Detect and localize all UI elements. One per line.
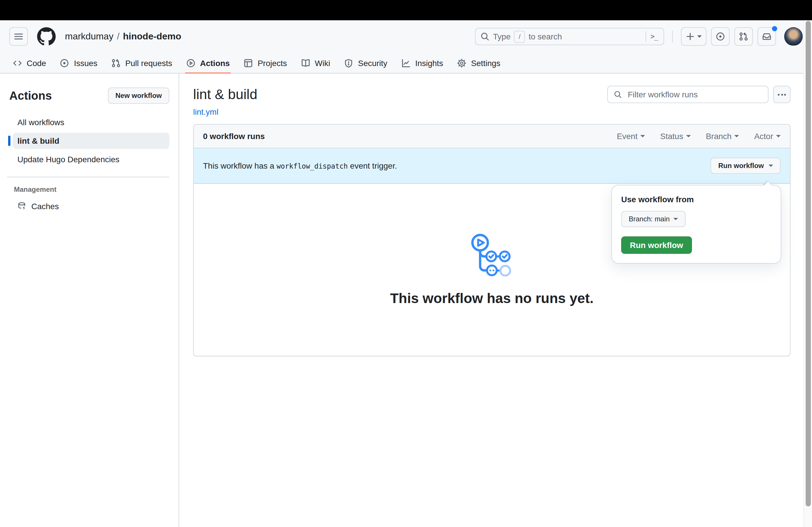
run-filters: Event Status Branch Actor bbox=[617, 132, 781, 141]
tab-code[interactable]: Code bbox=[7, 53, 52, 73]
page-title: lint & build bbox=[193, 86, 257, 103]
kebab-icon bbox=[778, 94, 780, 95]
status-filter-dropdown[interactable]: Status bbox=[660, 132, 691, 141]
notifications-inbox-button[interactable] bbox=[757, 27, 776, 46]
issue-opened-icon bbox=[60, 58, 69, 67]
play-icon bbox=[186, 58, 195, 67]
global-search-input[interactable]: Type / to search >_ bbox=[475, 28, 664, 45]
actor-filter-dropdown[interactable]: Actor bbox=[754, 132, 781, 141]
tab-label: Pull requests bbox=[125, 58, 172, 67]
tab-actions[interactable]: Actions bbox=[180, 53, 236, 73]
inbox-icon bbox=[762, 32, 771, 41]
chevron-down-icon bbox=[768, 165, 773, 167]
header-divider bbox=[672, 31, 673, 42]
tab-label: Actions bbox=[200, 58, 230, 67]
breadcrumb-repo[interactable]: hinode-demo bbox=[123, 31, 181, 42]
filter-workflow-runs-input[interactable] bbox=[627, 89, 762, 100]
tab-pull-requests[interactable]: Pull requests bbox=[105, 53, 178, 73]
breadcrumb-separator: / bbox=[117, 31, 119, 42]
repo-nav: Code Issues Pull requests Actions bbox=[0, 53, 812, 73]
workflow-dispatch-code: workflow_dispatch bbox=[277, 162, 348, 170]
actions-sidebar: Actions New workflow All workflows lint … bbox=[0, 74, 179, 527]
git-pull-request-icon bbox=[111, 58, 121, 67]
sidebar-item-label: lint & build bbox=[17, 136, 59, 146]
workflow-illustration-icon bbox=[470, 233, 513, 276]
workflow-options-kebab-button[interactable] bbox=[773, 86, 791, 103]
management-section-title: Management bbox=[14, 185, 169, 194]
workflow-file-link[interactable]: lint.yml bbox=[193, 107, 218, 117]
run-workflow-dropdown-button[interactable]: Run workflow bbox=[711, 157, 781, 174]
github-actions-page: markdumay / hinode-demo Type / to search… bbox=[0, 0, 812, 527]
chevron-down-icon bbox=[735, 135, 739, 137]
command-palette-icon[interactable]: >_ bbox=[649, 32, 659, 41]
run-workflow-submit-button[interactable]: Run workflow bbox=[621, 237, 692, 254]
code-icon bbox=[13, 58, 22, 67]
tab-insights[interactable]: Insights bbox=[395, 53, 449, 73]
cache-database-icon bbox=[17, 202, 27, 211]
filter-workflow-runs-field[interactable] bbox=[607, 86, 768, 103]
event-filter-dropdown[interactable]: Event bbox=[617, 132, 645, 141]
tab-security[interactable]: Security bbox=[338, 53, 393, 73]
sidebar-item-label: All workflows bbox=[17, 118, 64, 127]
chevron-down-icon bbox=[686, 135, 691, 137]
chevron-down-icon bbox=[697, 35, 702, 37]
tab-label: Insights bbox=[415, 58, 444, 67]
empty-state-message: This workflow has no runs yet. bbox=[390, 290, 593, 306]
main-panel: lint & build lint.yml bbox=[179, 74, 812, 527]
search-divider bbox=[645, 31, 646, 42]
tab-wiki[interactable]: Wiki bbox=[295, 53, 336, 73]
sidebar-item-update-hugo-dependencies[interactable]: Update Hugo Dependencies bbox=[13, 151, 169, 167]
banner-text: This workflow has a workflow_dispatch ev… bbox=[203, 161, 397, 170]
issues-dashboard-button[interactable] bbox=[711, 27, 730, 46]
sidebar-item-caches[interactable]: Caches bbox=[13, 198, 169, 214]
run-workflow-panel-title: Use workflow from bbox=[621, 195, 771, 204]
site-header: markdumay / hinode-demo Type / to search… bbox=[0, 20, 812, 74]
book-icon bbox=[301, 58, 310, 67]
git-pull-request-icon bbox=[739, 32, 748, 41]
plus-icon bbox=[685, 32, 695, 41]
workflow-list: All workflows lint & build Update Hugo D… bbox=[9, 114, 169, 167]
tab-label: Wiki bbox=[315, 58, 330, 67]
run-workflow-panel: Use workflow from Branch: main Run workf… bbox=[611, 185, 781, 264]
github-mark-icon bbox=[37, 27, 56, 46]
tab-issues[interactable]: Issues bbox=[54, 53, 103, 73]
tab-projects[interactable]: Projects bbox=[238, 53, 293, 73]
os-top-bar bbox=[0, 0, 812, 20]
chevron-down-icon bbox=[673, 218, 678, 220]
branch-filter-dropdown[interactable]: Branch bbox=[706, 132, 739, 141]
table-icon bbox=[244, 58, 253, 67]
chevron-down-icon bbox=[641, 135, 645, 137]
page-scrollbar-thumb[interactable] bbox=[806, 21, 811, 507]
sidebar-item-lint-and-build[interactable]: lint & build bbox=[13, 133, 169, 149]
search-icon bbox=[480, 32, 490, 41]
new-workflow-button[interactable]: New workflow bbox=[108, 88, 169, 104]
pull-requests-dashboard-button[interactable] bbox=[734, 27, 753, 46]
sidebar-item-label: Update Hugo Dependencies bbox=[17, 155, 119, 164]
gear-icon bbox=[457, 58, 466, 67]
breadcrumb: markdumay / hinode-demo bbox=[65, 31, 181, 42]
sidebar-item-label: Caches bbox=[31, 202, 59, 211]
sidebar-divider bbox=[7, 177, 169, 177]
sidebar-title: Actions bbox=[9, 89, 52, 102]
branch-select-button[interactable]: Branch: main bbox=[621, 211, 685, 227]
sidebar-item-all-workflows[interactable]: All workflows bbox=[13, 114, 169, 130]
hamburger-icon bbox=[14, 32, 23, 41]
workflow-dispatch-banner: This workflow has a workflow_dispatch ev… bbox=[194, 148, 790, 184]
unread-notification-dot bbox=[772, 26, 777, 31]
runs-count: 0 workflow runs bbox=[203, 132, 265, 141]
tab-label: Issues bbox=[74, 58, 98, 67]
create-new-button[interactable] bbox=[681, 27, 707, 46]
chevron-down-icon bbox=[776, 135, 781, 137]
github-logo[interactable] bbox=[37, 27, 56, 46]
shield-icon bbox=[344, 58, 353, 67]
tab-label: Projects bbox=[258, 58, 287, 67]
avatar[interactable] bbox=[784, 27, 803, 46]
search-icon bbox=[614, 90, 622, 99]
tab-label: Security bbox=[358, 58, 387, 67]
breadcrumb-owner[interactable]: markdumay bbox=[65, 31, 113, 42]
search-placeholder-prefix: Type bbox=[493, 32, 511, 41]
page-scrollbar-track[interactable] bbox=[803, 20, 812, 527]
tab-settings[interactable]: Settings bbox=[451, 53, 506, 73]
tab-label: Code bbox=[27, 58, 46, 67]
hamburger-menu-button[interactable] bbox=[9, 27, 28, 46]
